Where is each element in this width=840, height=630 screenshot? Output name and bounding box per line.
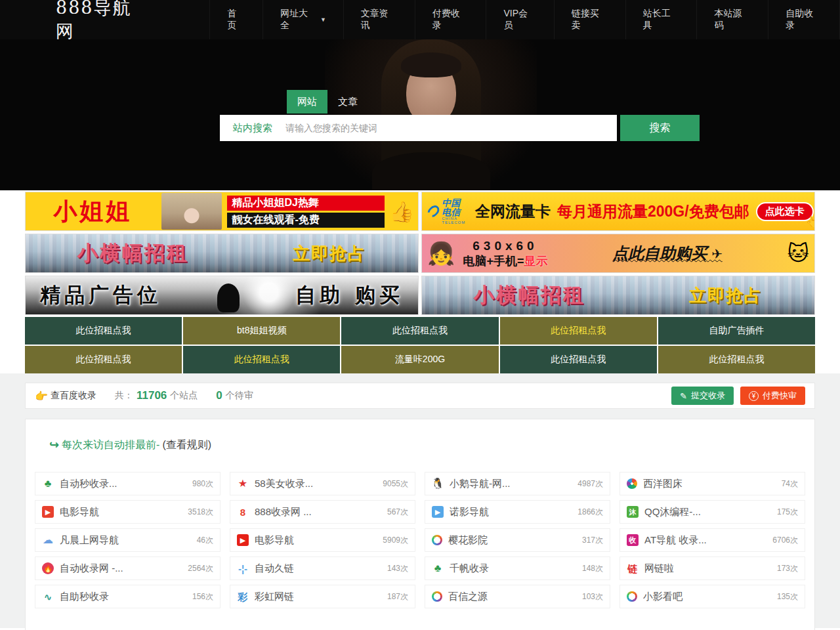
play-icon: ▶ — [42, 506, 54, 518]
view-rules-link[interactable]: (查看规则) — [162, 438, 211, 452]
site-name: 凡晨上网导航 — [60, 534, 191, 547]
banner-headline: 全网流量卡 — [475, 201, 551, 222]
play-icon: ▶ — [237, 534, 249, 546]
chevron-down-icon: ▼ — [320, 16, 326, 23]
flame-icon: 🔥 — [42, 562, 54, 574]
site-name: 自动秒收录... — [60, 478, 186, 490]
list-item[interactable]: 小影看吧135次 — [620, 585, 805, 608]
banner-ad-self-service[interactable]: 👧 630x60 电脑+手机=显示 点此自助购买 ✈ 🐱 — [421, 234, 815, 273]
total-unit: 个站点 — [170, 390, 198, 402]
list-item[interactable]: ▶电影导航5909次 — [230, 528, 415, 552]
tab-website[interactable]: 网站 — [287, 90, 327, 114]
cat-icon: 🐱 — [788, 241, 809, 266]
baidu-check-link[interactable]: 查百度收录 — [51, 390, 96, 402]
nav-item[interactable]: 付费收录 — [415, 0, 486, 39]
ad-slot-button[interactable]: 此位招租点我 — [658, 346, 815, 373]
banner-section: 小姐姐 精品小姐姐DJ热舞 靓女在线观看-免费 👍 中国电信 CHINA TEL… — [0, 190, 840, 373]
nav-item-label: 自助收录 — [786, 8, 822, 32]
paid-review-button[interactable]: ¥ 付费快审 — [740, 387, 805, 405]
brand-name-cn: 中国电信 — [442, 198, 469, 217]
ad-slot-grid: 此位招租点我bt8姐姐视频此位招租点我此位招租点我自助广告插件此位招租点我此位招… — [25, 317, 815, 373]
ad-slot-button[interactable]: 此位招租点我 — [25, 317, 182, 345]
search-button[interactable]: 搜索 — [620, 115, 700, 141]
list-item[interactable]: 西洋图床74次 — [620, 472, 805, 495]
list-item[interactable]: -¦-自动久链143次 — [230, 556, 415, 580]
china-telecom-logo: 中国电信 CHINA TELECOM — [429, 198, 469, 224]
ad-slot-button[interactable]: 此位招租点我 — [25, 346, 182, 373]
pending-unit: 个待审 — [226, 390, 253, 402]
choose-card-button[interactable]: 点此选卡 👆 — [756, 202, 814, 221]
site-visit-count: 135次 — [777, 591, 798, 602]
banner-ad-small-banner-rent-1[interactable]: 小横幅招租 立即抢占 — [25, 234, 419, 273]
list-item[interactable]: 8888收录网 ...567次 — [230, 500, 415, 524]
search-input[interactable] — [285, 115, 617, 141]
star-icon: ★ — [237, 478, 249, 490]
top-navigation-bar: 888导航网 首页网址大全▼文章资讯付费收录VIP会员链接买卖站长工具本站源码自… — [0, 0, 840, 39]
ad-slot-button[interactable]: 此位招租点我 — [183, 346, 340, 373]
banner-ad-premium-slot[interactable]: 精品广告位 自助 购买 — [25, 276, 419, 315]
nav-item[interactable]: VIP会员 — [486, 0, 553, 39]
search-scope-label: 站内搜索 — [220, 122, 285, 135]
list-item[interactable]: ▶电影导航3518次 — [35, 500, 220, 524]
banner-ad-small-banner-rent-2[interactable]: 小横幅招租 立即抢占 — [421, 276, 815, 315]
ad-slot-button[interactable]: 自助广告插件 — [658, 317, 815, 345]
banner-line: 电脑+手机=显示 — [463, 254, 547, 269]
penguin-icon: 🐧 — [432, 478, 444, 490]
list-item[interactable]: 🔥自动收录网 -...2564次 — [35, 556, 220, 580]
banner-cta-text: 点此自助购买 — [612, 244, 707, 262]
eight-icon: 8 — [237, 506, 249, 518]
banner-cta: 点此自助购买 ✈ — [555, 243, 779, 264]
nav-item-label: 本站源码 — [714, 8, 751, 32]
banner-line1: 精品小姐姐DJ热舞 — [227, 196, 385, 211]
site-name: 网链啦 — [644, 562, 771, 575]
site-name: 888收录网 ... — [255, 506, 381, 518]
ad-slot-button[interactable]: 流量咔200G — [341, 346, 498, 373]
list-item[interactable]: ★58美女收录...9055次 — [230, 472, 415, 495]
list-item[interactable]: 百信之源103次 — [425, 585, 610, 608]
list-item[interactable]: 彩彩虹网链187次 — [230, 585, 415, 608]
site-name: 电影导航 — [60, 506, 182, 518]
list-item[interactable]: ∿自助秒收录156次 — [35, 585, 220, 608]
banner-title: 小姐姐 — [30, 196, 156, 228]
list-item[interactable]: 🐧小鹅导航-网...4987次 — [425, 472, 610, 495]
list-item[interactable]: ☁凡晨上网导航46次 — [35, 528, 220, 552]
dashed-cross-icon: -¦- — [237, 562, 249, 574]
list-item[interactable]: 链网链啦173次 — [620, 556, 805, 580]
nav-item[interactable]: 文章资讯 — [343, 0, 415, 39]
site-name: 彩虹网链 — [255, 591, 381, 603]
nav-item[interactable]: 本站源码 — [696, 0, 768, 39]
nav-item[interactable]: 链接买卖 — [554, 0, 625, 39]
ad-slot-button[interactable]: 此位招租点我 — [500, 346, 657, 373]
site-visit-count: 156次 — [192, 591, 213, 602]
nav-item[interactable]: 自助收录 — [768, 0, 840, 39]
ad-slot-button[interactable]: 此位招租点我 — [341, 317, 498, 345]
list-item[interactable]: 沐QQ沐编程-...175次 — [620, 500, 805, 524]
site-grid: ♣自动秒收录...980次★58美女收录...9055次🐧小鹅导航-网...49… — [35, 472, 805, 608]
list-item[interactable]: 樱花影院317次 — [425, 528, 610, 552]
nav-item-label: 首页 — [227, 8, 245, 32]
banner-ad-china-telecom[interactable]: 中国电信 CHINA TELECOM 全网流量卡 每月通用流量200G/免费包邮… — [421, 192, 815, 231]
list-item[interactable]: ♣千帆收录148次 — [425, 556, 610, 580]
tab-article[interactable]: 文章 — [327, 90, 368, 114]
site-name: 小鹅导航-网... — [450, 478, 572, 490]
site-name: QQ沐编程-... — [644, 506, 771, 518]
clover-icon: ♣ — [432, 562, 444, 574]
list-item[interactable]: ▶诺影导航1866次 — [425, 500, 610, 524]
list-item[interactable]: ♣自动秒收录...980次 — [35, 472, 220, 495]
site-name: 自助秒收录 — [60, 591, 186, 603]
site-name: 西洋图床 — [643, 478, 776, 490]
nav-item[interactable]: 站长工具 — [625, 0, 697, 39]
thumbs-up-icon: 👍 — [390, 200, 414, 223]
banner-ad-xiaojiejie[interactable]: 小姐姐 精品小姐姐DJ热舞 靓女在线观看-免费 👍 — [25, 192, 419, 231]
cai-icon: 彩 — [237, 591, 249, 602]
paid-review-label: 付费快审 — [763, 390, 797, 402]
ad-slot-button[interactable]: bt8姐姐视频 — [183, 317, 340, 345]
list-item[interactable]: 收AT导航 收录...6706次 — [620, 528, 805, 552]
nav-item[interactable]: 网址大全▼ — [262, 0, 343, 39]
site-visit-count: 143次 — [387, 563, 408, 574]
site-logo[interactable]: 888导航网 — [56, 0, 150, 43]
nav-item[interactable]: 首页 — [209, 0, 262, 39]
submit-site-button[interactable]: ✎ 提交收录 — [671, 387, 734, 405]
site-visit-count: 3518次 — [188, 507, 213, 518]
ad-slot-button[interactable]: 此位招租点我 — [500, 317, 657, 345]
